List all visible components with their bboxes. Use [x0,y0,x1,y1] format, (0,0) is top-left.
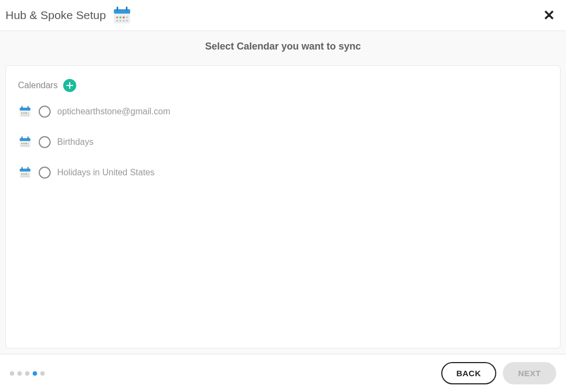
svg-point-42 [21,173,22,174]
svg-rect-29 [28,137,29,139]
progress-dots [10,371,45,376]
next-button[interactable]: NEXT [503,362,556,384]
add-calendar-button[interactable] [63,79,76,92]
svg-point-37 [28,145,29,146]
svg-rect-27 [20,138,31,141]
page-title: Hub & Spoke Setup [5,9,106,22]
progress-dot [33,371,37,376]
svg-point-32 [26,143,27,144]
svg-point-4 [117,16,119,19]
close-icon[interactable]: ✕ [540,7,558,23]
svg-point-30 [21,143,22,144]
svg-rect-13 [66,85,73,86]
calendar-icon [18,136,32,149]
svg-point-22 [21,114,22,115]
svg-point-5 [120,16,122,19]
content-area: Select Calendar you want to sync Calenda… [0,31,566,354]
svg-rect-28 [22,137,23,139]
calendar-row: Holidays in United States [18,166,548,179]
svg-point-25 [28,114,29,115]
svg-point-24 [26,114,27,115]
calendar-radio[interactable] [39,106,51,118]
dialog-footer: BACK NEXT [0,354,566,392]
progress-dot [40,371,45,376]
svg-point-46 [21,175,22,176]
svg-point-34 [21,145,22,146]
svg-point-44 [26,173,27,174]
svg-point-21 [28,112,29,113]
svg-rect-16 [22,106,23,109]
panel-heading: Calendars [18,79,548,92]
svg-point-43 [23,173,25,174]
svg-point-11 [126,20,129,22]
svg-point-49 [28,175,29,176]
calendar-label: Birthdays [57,137,94,147]
calendar-label: Holidays in United States [57,168,155,177]
svg-point-8 [117,20,119,22]
panel-heading-label: Calendars [18,81,58,90]
svg-rect-3 [126,7,127,11]
progress-dot [17,371,22,376]
svg-rect-1 [114,9,130,14]
plus-icon [66,82,74,89]
calendar-icon [18,166,32,179]
calendar-radio[interactable] [39,136,51,148]
svg-point-47 [23,175,25,176]
svg-point-23 [23,114,25,115]
svg-point-36 [26,145,27,146]
svg-rect-39 [20,169,31,171]
header-left: Hub & Spoke Setup [5,5,133,25]
svg-point-33 [28,143,29,144]
subtitle: Select Calendar you want to sync [5,41,561,52]
svg-rect-2 [117,7,118,11]
dialog-header: Hub & Spoke Setup ✕ [0,0,566,31]
svg-rect-40 [22,167,23,170]
svg-point-45 [28,173,29,174]
svg-point-7 [126,16,129,19]
calendar-row: Birthdays [18,136,548,149]
calendar-label: optichearthstone@gmail.com [57,107,170,117]
calendar-app-icon [111,5,133,25]
svg-point-31 [23,143,25,144]
svg-point-19 [23,112,25,113]
calendar-panel: Calendars optichearthstone@gmail.com Bir… [5,65,561,348]
svg-point-35 [23,145,25,146]
svg-point-20 [26,112,27,113]
calendar-icon [18,105,32,118]
progress-dot [25,371,29,376]
calendar-radio[interactable] [39,167,51,179]
svg-rect-17 [28,106,29,109]
svg-point-18 [21,112,22,113]
svg-point-6 [123,16,125,19]
svg-point-48 [26,175,27,176]
svg-rect-41 [28,167,29,170]
footer-buttons: BACK NEXT [441,362,556,384]
svg-point-10 [123,20,125,22]
calendar-row: optichearthstone@gmail.com [18,105,548,118]
svg-rect-15 [20,108,31,111]
calendar-list: optichearthstone@gmail.com Birthdays Hol… [18,105,548,179]
svg-point-9 [120,20,122,22]
progress-dot [10,371,14,376]
back-button[interactable]: BACK [441,362,496,384]
